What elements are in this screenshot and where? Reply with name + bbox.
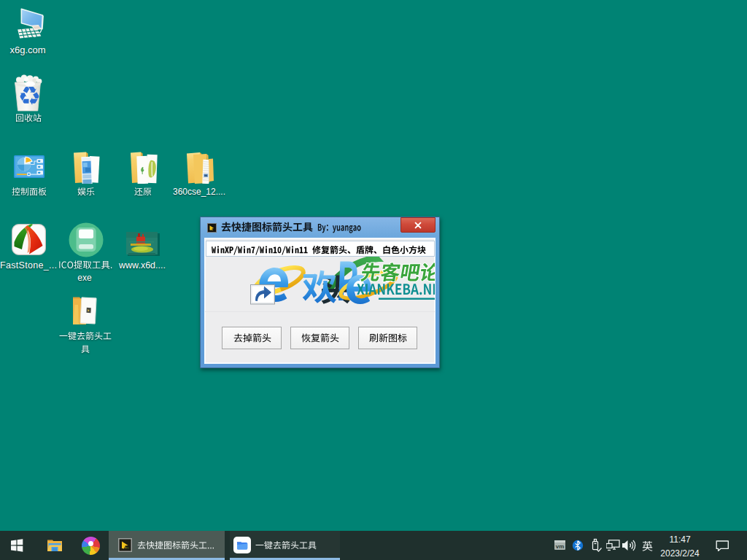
svg-text:vm: vm	[556, 543, 565, 550]
